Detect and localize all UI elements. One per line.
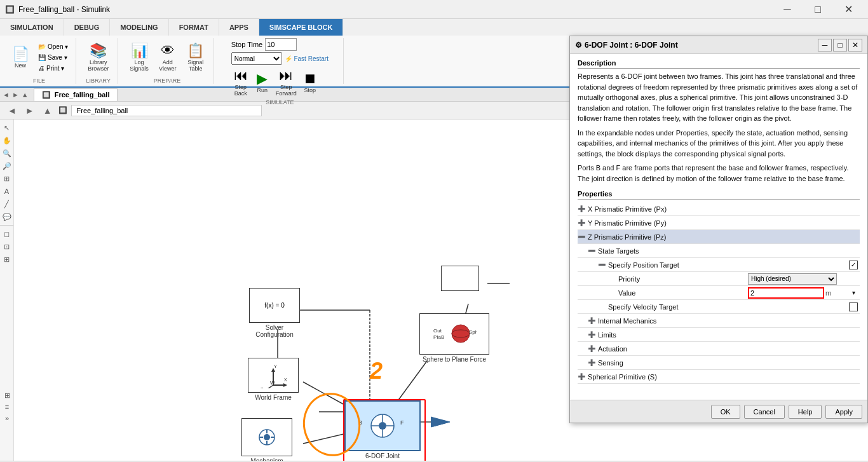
add-viewer-button[interactable]: 👁 AddViewer [155,40,180,74]
tab-debug[interactable]: DEBUG [64,19,111,36]
bottom-tool-2[interactable]: ≡ [1,401,13,412]
apply-button[interactable]: Apply [825,405,862,419]
model-tab-label: Free_falling_ball [55,91,110,99]
stop-time-input[interactable] [265,38,297,51]
breadcrumb[interactable]: Free_falling_ball [71,105,262,116]
print-button[interactable]: 🖨 Print ▾ [36,64,71,73]
prop-row-pz[interactable]: ➖ Z Prismatic Primitive (Pz) [578,230,860,244]
block-tool-3[interactable]: ⊞ [1,254,13,265]
svg-text:B: B [358,419,362,426]
prop-row-priority[interactable]: Priority High (desired) Low (desired) [578,272,860,286]
value-unit-dropdown[interactable]: ▾ [852,289,855,296]
prepare-group-content: 📊 LogSignals 👁 AddViewer 📋 SignalTable [126,38,208,76]
select-tool[interactable]: ↖ [1,122,13,133]
prop-row-state-targets[interactable]: ➖ State Targets [578,244,860,258]
tab-simulation[interactable]: SIMULATION [0,19,64,36]
dialog-close-btn[interactable]: ✕ [848,39,862,51]
model-tab-free-falling[interactable]: 🔲 Free_falling_ball [34,88,118,101]
svg-text:Z: Z [261,387,264,388]
prop-row-value[interactable]: Value m ▾ [578,286,860,300]
prop-row-actuation[interactable]: ➕ Actuation [578,342,860,356]
expand-toolbar[interactable]: » [1,412,13,424]
tab-format[interactable]: FORMAT [169,19,219,36]
minimize-button[interactable]: ─ [773,0,802,19]
desc-para-3: Ports B and F are frame ports that repre… [578,163,860,184]
maximize-button[interactable]: □ [803,0,832,19]
dialog-maximize-btn[interactable]: □ [833,39,847,51]
fast-restart-btn[interactable]: ⚡ Fast Restart [285,55,329,62]
log-signals-button[interactable]: 📊 LogSignals [126,40,153,74]
prop-row-sensing[interactable]: ➕ Sensing [578,356,860,370]
dof-joint-dialog: ⚙ 6-DOF Joint : 6-DOF Joint ─ □ ✕ Descri… [569,36,868,423]
comment-tool[interactable]: 💬 [1,211,13,222]
ok-button[interactable]: OK [711,405,740,419]
internal-mech-label: Internal Mechanics [598,317,860,325]
sensing-expander: ➕ [588,359,598,366]
value-label: Value [618,289,745,297]
world-frame-block[interactable]: Y X Z W World Frame [248,358,299,401]
svg-point-27 [379,422,386,430]
dialog-minimize-btn[interactable]: ─ [818,39,832,51]
run-button[interactable]: ▶ Run [253,69,272,95]
new-button[interactable]: 📄 New [8,43,33,71]
step-forward-button[interactable]: ⏭ StepForward [275,66,298,98]
help-button[interactable]: Help [789,405,822,419]
value-input[interactable] [748,287,824,299]
svg-marker-15 [283,383,287,387]
prop-row-internal-mech[interactable]: ➕ Internal Mechanics [578,314,860,328]
pan-tool[interactable]: ✋ [1,135,13,146]
properties-tree: ➕ X Prismatic Primitive (Px) ➕ Y Prismat… [578,202,860,384]
block-tool-2[interactable]: ⊡ [1,241,13,252]
fit-tool[interactable]: ⊞ [1,173,13,184]
open-button[interactable]: 📂 Open ▾ [36,42,71,51]
nav-forward-btn[interactable]: ► [23,104,37,117]
specify-vel-label: Specify Velocity Target [608,303,847,311]
close-button[interactable]: ✕ [834,0,863,19]
bottom-tool-1[interactable]: ⊞ [1,390,13,401]
prop-row-px[interactable]: ➕ X Prismatic Primitive (Px) [578,202,860,216]
cancel-button[interactable]: Cancel [744,405,785,419]
line-tool[interactable]: ╱ [1,198,13,210]
prop-row-specify-pos[interactable]: ➖ Specify Position Target ✓ [578,258,860,272]
tab-apps[interactable]: APPS [219,19,259,36]
prop-row-py[interactable]: ➕ Y Prismatic Primitive (Py) [578,216,860,230]
sphere-force-block[interactable]: Out PIaB SphF Sphere to Plane Force [419,313,489,363]
prop-row-specify-vel[interactable]: Specify Velocity Target [578,300,860,314]
prop-row-limits[interactable]: ➕ Limits [578,328,860,342]
zoom-out-tool[interactable]: 🔎 [1,160,13,172]
up-arrow[interactable]: ▲ [22,91,29,99]
save-button[interactable]: 💾 Save ▾ [36,53,71,62]
model-icon: 🔲 [58,106,67,114]
prop-row-spherical[interactable]: ➕ Spherical Primitive (S) [578,370,860,384]
signal-table-button[interactable]: 📋 SignalTable [183,40,208,74]
dialog-title: ⚙ 6-DOF Joint : 6-DOF Joint [575,41,678,50]
svg-text:W: W [270,380,275,386]
forward-arrow[interactable]: ► [12,91,19,99]
nav-up-btn[interactable]: ▲ [41,104,55,117]
simulation-mode-select[interactable]: Normal Accelerator [231,52,282,65]
dialog-win-btns: ─ □ ✕ [818,39,862,51]
output-rect-block[interactable] [441,266,479,291]
dof-joint-block[interactable]: B F 6-DOF Joint [344,400,421,459]
solver-block[interactable]: f(x) = 0 SolverConfiguration [249,288,300,338]
simulate-group-content: Stop Time Normal Accelerator ⚡ Fast Rest… [231,38,329,98]
annotation-number-2: 2 [370,358,383,384]
block-tool-1[interactable]: ◻ [1,228,13,240]
back-arrow[interactable]: ◄ [3,91,10,99]
nav-back-btn[interactable]: ◄ [5,104,19,117]
internal-mech-expander: ➕ [588,317,598,324]
text-tool[interactable]: A [1,186,13,197]
limits-label: Limits [598,331,860,339]
priority-select[interactable]: High (desired) Low (desired) [748,273,837,285]
tab-simscape-block[interactable]: SIMSCAPE BLOCK [259,19,344,36]
specify-vel-checkbox[interactable] [849,302,858,311]
tab-modeling[interactable]: MODELING [110,19,168,36]
stop-button[interactable]: ⏹ Stop [301,69,320,95]
world-frame-label: World Frame [255,394,292,401]
library-browser-button[interactable]: 📚 LibraryBrowser [84,40,112,74]
specify-pos-checkbox[interactable]: ✓ [849,261,858,269]
zoom-in-tool[interactable]: 🔍 [1,147,13,159]
mechanism-config-block[interactable]: MechanismConfiguration [241,418,292,461]
step-back-button[interactable]: ⏮ StepBack [231,66,250,98]
ribbon-group-prepare: 📊 LogSignals 👁 AddViewer 📋 SignalTable P… [121,38,214,84]
